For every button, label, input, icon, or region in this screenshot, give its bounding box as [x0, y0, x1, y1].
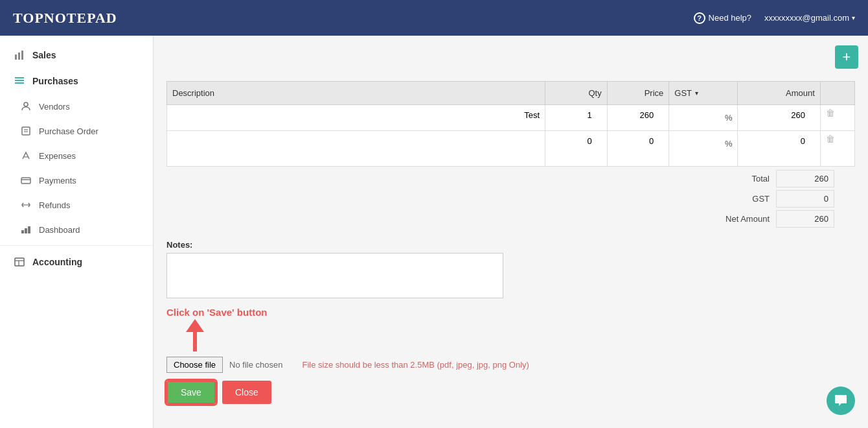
col-amount: Amount	[738, 82, 820, 105]
qty-cell-2	[545, 131, 608, 167]
sidebar-item-accounting[interactable]: Accounting	[0, 249, 153, 275]
header-right: ? Need help? xxxxxxxxx@gmail.com ▾	[694, 12, 855, 24]
notes-label: Notes:	[166, 240, 855, 250]
net-amount-label: Net Amount	[705, 214, 770, 224]
total-label: Total	[705, 174, 770, 184]
table-row: % 🗑	[167, 105, 855, 131]
gst-row: GST 0	[705, 190, 834, 208]
sidebar-item-vendors[interactable]: Vendors	[0, 94, 153, 119]
amount-cell-1	[738, 105, 820, 131]
vendors-label: Vendors	[39, 102, 70, 112]
payments-icon	[19, 174, 32, 187]
description-input-2[interactable]	[170, 134, 542, 149]
svg-rect-15	[25, 228, 27, 233]
gst-percent-2: %	[725, 136, 733, 149]
price-cell-1	[607, 105, 669, 131]
payments-label: Payments	[39, 176, 76, 185]
notes-textarea[interactable]	[166, 253, 503, 298]
col-price: Price	[607, 82, 669, 105]
total-row: Total 260	[705, 170, 834, 187]
sidebar-item-expenses[interactable]: Expenses	[0, 143, 153, 168]
main-layout: Sales Purchases Vendors	[0, 36, 868, 428]
close-button[interactable]: Close	[222, 381, 271, 404]
sidebar-item-refunds[interactable]: Refunds	[0, 193, 153, 217]
file-upload-row: Choose file No file chosen File size sho…	[166, 357, 855, 373]
gst-cell-2: %	[669, 131, 738, 167]
svg-rect-7	[22, 127, 30, 135]
sidebar-item-sales[interactable]: Sales	[0, 42, 153, 68]
purchases-label: Purchases	[32, 76, 78, 86]
accounting-label: Accounting	[32, 257, 82, 267]
delete-cell-1: 🗑	[820, 105, 854, 131]
user-email-label: xxxxxxxxx@gmail.com	[764, 13, 849, 23]
delete-row-1-icon[interactable]: 🗑	[823, 105, 838, 121]
help-link[interactable]: ? Need help?	[694, 12, 752, 24]
gst-input-2[interactable]	[674, 136, 724, 151]
chevron-down-icon: ▾	[852, 14, 855, 21]
accounting-icon	[13, 256, 26, 268]
svg-rect-2	[21, 51, 23, 60]
svg-rect-11	[21, 178, 30, 184]
svg-rect-1	[18, 53, 20, 60]
gst-total-value: 0	[776, 190, 834, 208]
add-button[interactable]: +	[835, 45, 858, 69]
desc-cell-2	[167, 131, 545, 167]
amount-cell-2	[738, 131, 820, 167]
refunds-icon	[19, 198, 32, 211]
sidebar-item-purchases[interactable]: Purchases	[0, 68, 153, 94]
dashboard-label: Dashboard	[39, 225, 80, 235]
sidebar-item-payments[interactable]: Payments	[0, 168, 153, 193]
help-icon: ?	[694, 12, 705, 24]
qty-cell-1	[545, 105, 608, 131]
gst-total-label: GST	[705, 194, 770, 204]
qty-input-2[interactable]	[548, 134, 604, 149]
svg-point-6	[24, 102, 28, 106]
col-description: Description	[167, 82, 545, 105]
action-buttons: Save Close	[166, 381, 855, 404]
vendors-icon	[19, 100, 32, 113]
total-value: 260	[776, 170, 834, 187]
purchases-icon	[13, 75, 26, 88]
save-button[interactable]: Save	[166, 381, 216, 404]
svg-rect-3	[15, 80, 24, 81]
help-label: Need help?	[709, 13, 752, 23]
svg-rect-16	[28, 226, 30, 233]
price-cell-2	[607, 131, 669, 167]
description-input-1[interactable]	[170, 108, 542, 123]
table-row: % 🗑	[167, 131, 855, 167]
chat-bubble[interactable]	[827, 386, 855, 415]
price-input-2[interactable]	[610, 134, 667, 149]
notes-section: Notes:	[166, 240, 855, 300]
sidebar-item-dashboard[interactable]: Dashboard	[0, 217, 153, 242]
amount-input-1[interactable]	[740, 108, 817, 123]
col-gst: GST ▾	[669, 82, 738, 105]
gst-input-1[interactable]	[674, 110, 724, 125]
no-file-text: No file chosen	[229, 360, 282, 370]
sales-label: Sales	[32, 50, 56, 60]
svg-rect-5	[15, 77, 24, 78]
refunds-label: Refunds	[39, 200, 70, 210]
purchase-table: Description Qty Price GST ▾ Amount	[166, 81, 855, 167]
gst-percent-1: %	[725, 110, 733, 123]
sidebar-item-purchase-order[interactable]: Purchase Order	[0, 119, 153, 143]
price-input-1[interactable]	[610, 108, 667, 123]
net-amount-row: Net Amount 260	[705, 210, 834, 228]
expenses-label: Expenses	[39, 151, 76, 161]
choose-file-button[interactable]: Choose file	[166, 357, 223, 373]
delete-row-2-icon[interactable]: 🗑	[823, 131, 838, 147]
sidebar: Sales Purchases Vendors	[0, 36, 154, 428]
gst-cell-1: %	[669, 105, 738, 131]
amount-input-2[interactable]	[740, 134, 817, 149]
file-hint: File size should be less than 2.5MB (pdf…	[302, 360, 529, 370]
purchase-order-label: Purchase Order	[39, 126, 98, 136]
instruction-text: Click on 'Save' button	[166, 307, 855, 318]
qty-input-1[interactable]	[548, 108, 604, 123]
desc-cell-1	[167, 105, 545, 131]
svg-rect-17	[15, 258, 24, 266]
arrow-indicator	[179, 319, 855, 351]
up-arrow-icon	[186, 319, 204, 351]
col-actions	[820, 82, 854, 105]
sales-icon	[13, 49, 26, 62]
user-menu[interactable]: xxxxxxxxx@gmail.com ▾	[764, 13, 855, 23]
totals-section: Total 260 GST 0 Net Amount 260	[166, 170, 855, 230]
